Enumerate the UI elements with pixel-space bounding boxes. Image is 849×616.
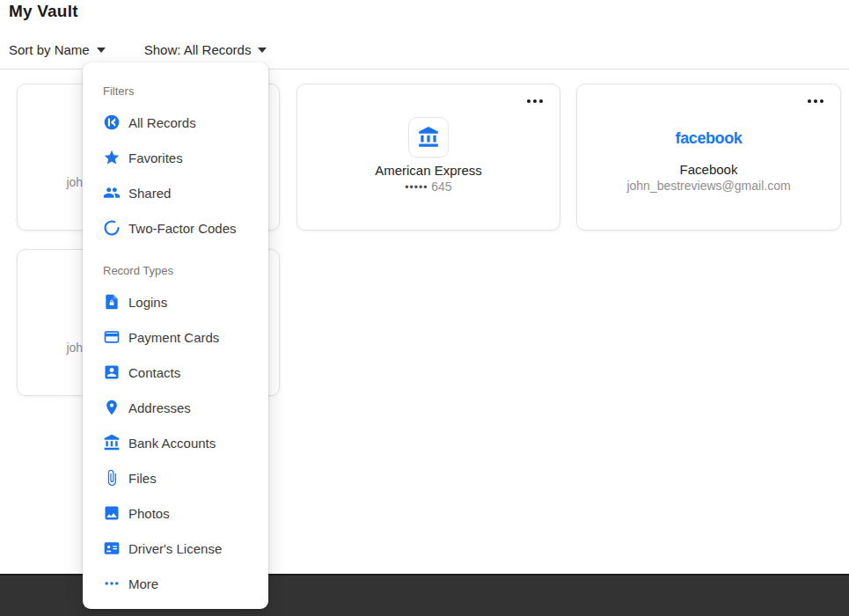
menu-item-drivers-license[interactable]: Driver's License (83, 531, 268, 566)
chevron-down-icon (258, 48, 267, 53)
menu-item-label: More (128, 576, 158, 591)
menu-item-label: Favorites (128, 150, 183, 165)
show-filter-label: Show: All Records (144, 42, 252, 57)
chevron-down-icon (97, 48, 106, 53)
menu-item-logins[interactable]: Logins (83, 284, 268, 319)
login-file-icon (103, 293, 121, 311)
menu-item-label: All Records (128, 115, 196, 130)
bank-icon (103, 434, 121, 451)
menu-item-label: Addresses (128, 400, 191, 415)
facebook-logo: facebook (676, 128, 743, 148)
menu-item-label: Logins (128, 295, 167, 310)
sort-dropdown-label: Sort by Name (9, 42, 90, 57)
menu-item-label: Two-Factor Codes (128, 221, 237, 236)
map-pin-icon (103, 399, 121, 416)
menu-item-bank-accounts[interactable]: Bank Accounts (83, 425, 268, 460)
menu-item-label: Photos (128, 506, 170, 521)
menu-item-label: Files (128, 471, 157, 486)
paperclip-icon (103, 469, 121, 487)
menu-item-files[interactable]: Files (83, 460, 268, 495)
menu-item-label: Shared (128, 186, 171, 201)
page-title: My Vault (9, 2, 78, 21)
id-card-icon (103, 539, 121, 557)
menu-section-record-types: Record Types (83, 256, 268, 284)
record-masked-number: ••••• 645 (405, 179, 451, 195)
keeper-logo-icon (103, 114, 121, 131)
photo-icon (103, 504, 121, 522)
masked-digits: ••••• (405, 181, 428, 194)
menu-item-shared[interactable]: Shared (83, 175, 268, 210)
last-digits: 645 (431, 180, 451, 194)
card-options-button[interactable] (524, 97, 545, 106)
menu-item-label: Payment Cards (128, 330, 219, 345)
menu-item-label: Driver's License (128, 541, 222, 556)
record-card-american-express[interactable]: American Express ••••• 645 (296, 84, 560, 231)
sort-dropdown[interactable]: Sort by Name (9, 42, 106, 57)
menu-item-two-factor-codes[interactable]: Two-Factor Codes (83, 210, 268, 246)
menu-item-label: Contacts (128, 365, 180, 380)
menu-item-label: Bank Accounts (128, 436, 216, 451)
bank-icon (408, 117, 449, 158)
menu-item-photos[interactable]: Photos (83, 495, 268, 531)
menu-item-addresses[interactable]: Addresses (83, 390, 268, 425)
menu-item-all-records[interactable]: All Records (83, 105, 268, 140)
record-card-facebook[interactable]: facebook Facebook john_bestreviews@gmail… (576, 84, 841, 231)
record-title: Facebook (680, 162, 738, 178)
contact-icon (103, 363, 121, 381)
menu-item-more[interactable]: More (83, 566, 268, 601)
menu-item-contacts[interactable]: Contacts (83, 355, 268, 390)
menu-item-payment-cards[interactable]: Payment Cards (83, 319, 268, 355)
record-subtitle: john_bestreviews@gmail.com (626, 178, 790, 194)
show-filter-dropdown[interactable]: Show: All Records (144, 42, 267, 57)
filter-menu: Filters All Records Favorites Shared (83, 62, 268, 609)
toolbar: Sort by Name Show: All Records (9, 40, 267, 59)
credit-card-icon (103, 328, 121, 346)
people-icon (103, 184, 121, 202)
record-title: American Express (375, 163, 482, 179)
more-dots-icon (103, 575, 121, 592)
refresh-circle-icon (103, 219, 121, 237)
menu-section-filters: Filters (83, 77, 268, 105)
star-icon (103, 149, 121, 166)
card-options-button[interactable] (805, 97, 826, 106)
menu-item-favorites[interactable]: Favorites (83, 140, 268, 175)
